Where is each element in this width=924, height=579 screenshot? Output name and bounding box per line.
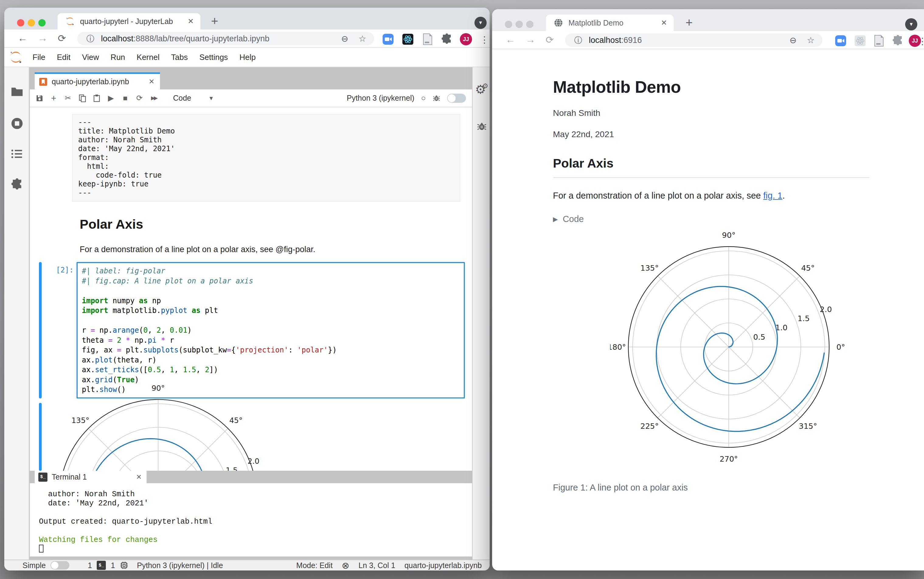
browser-tabstrip: quarto-jupyterl - JupyterLab ✕ + ▼ (4, 8, 490, 29)
new-tab-button[interactable]: + (685, 16, 693, 29)
bookmark-star-icon[interactable]: ☆ (358, 34, 366, 44)
svg-text:90°: 90° (152, 384, 165, 393)
terminal-output[interactable]: author: Norah Smith date: 'May 22nd, 202… (30, 483, 472, 556)
toolbar-debugger-icon[interactable] (432, 94, 440, 102)
minimize-window-button[interactable] (28, 19, 35, 26)
minimize-window-button[interactable] (515, 21, 523, 28)
menu-view[interactable]: View (76, 52, 105, 62)
zoom-out-icon[interactable]: ⊖ (341, 34, 348, 44)
site-info-icon[interactable]: ⓘ (574, 35, 582, 46)
interrupt-kernel-button[interactable]: ■ (118, 94, 132, 103)
mode-indicator[interactable]: Mode: Edit (296, 561, 333, 570)
extension-manager-icon[interactable] (10, 178, 24, 191)
back-button[interactable]: ← (18, 33, 27, 44)
menu-settings[interactable]: Settings (193, 52, 234, 62)
terminal-icon: $_ (38, 473, 47, 482)
zoom-meeting-extension-icon[interactable] (834, 35, 847, 47)
close-window-button[interactable] (17, 19, 25, 26)
zoom-meeting-extension-icon[interactable] (382, 33, 394, 45)
restart-run-all-button[interactable]: ▶▶ (147, 95, 161, 101)
cut-cells-button[interactable]: ✂ (61, 94, 75, 103)
markdown-paragraph: For a demonstration of a line plot on a … (80, 245, 316, 254)
output-collapser[interactable] (39, 403, 42, 471)
extensions-puzzle-icon[interactable] (441, 33, 453, 45)
terminal-count-icon: $_ (97, 561, 106, 570)
bookmark-star-icon[interactable]: ☆ (807, 35, 814, 45)
maximize-window-button[interactable] (526, 21, 533, 28)
kernel-status-text[interactable]: Python 3 (ipykernel) | Idle (137, 561, 223, 570)
tab-search-arrow-icon: ▼ (478, 20, 483, 26)
cursor-position[interactable]: Ln 3, Col 1 (358, 561, 396, 570)
svg-text:135°: 135° (641, 263, 659, 273)
svg-text:1.0: 1.0 (775, 323, 787, 332)
code-cell-editor[interactable]: #| label: fig-polar#| fig.cap: A line pl… (77, 262, 465, 398)
profile-avatar[interactable]: JJ (460, 33, 472, 45)
restart-kernel-button[interactable]: ⟳ (132, 94, 147, 103)
menu-tabs[interactable]: Tabs (165, 52, 193, 62)
reload-button[interactable]: ⟳ (58, 33, 66, 44)
kernel-name-button[interactable]: Python 3 (ipykernel) (347, 94, 414, 103)
close-window-button[interactable] (505, 21, 512, 28)
table-of-contents-icon[interactable] (10, 147, 24, 160)
save-button[interactable] (32, 94, 47, 102)
simple-mode-label: Simple (23, 561, 46, 570)
add-cell-button[interactable]: + (47, 93, 61, 103)
zoom-out-icon[interactable]: ⊖ (789, 35, 796, 45)
react-devtools-extension-icon[interactable] (854, 35, 866, 47)
kernel-count: 1 (111, 561, 115, 570)
debugger-icon[interactable] (477, 121, 487, 132)
browser-tab[interactable]: Matplotlib Demo ✕ (546, 15, 674, 31)
copy-cells-button[interactable] (75, 94, 90, 102)
figure-link[interactable]: fig. 1 (764, 191, 783, 200)
menu-file[interactable]: File (27, 52, 51, 62)
menu-help[interactable]: Help (234, 52, 261, 62)
running-kernels-icon[interactable] (10, 117, 24, 130)
tab-search-button[interactable]: ▼ (474, 17, 487, 29)
trust-shield-icon: ⊗ (342, 560, 350, 571)
document-extension-icon[interactable] (422, 33, 434, 45)
notebook-tab-title: quarto-jupyterlab.ipynb (52, 77, 129, 86)
maximize-window-button[interactable] (38, 19, 46, 26)
cell-type-select[interactable]: Code (173, 94, 191, 103)
polar-chart: 0°45°90°135°180°225°270°315°0.51.01.52.0 (42, 382, 275, 471)
new-tab-button[interactable]: + (211, 14, 218, 28)
code-fold-summary[interactable]: ▶ Code (553, 214, 869, 224)
menu-edit[interactable]: Edit (51, 52, 76, 62)
forward-button[interactable]: → (526, 34, 535, 45)
address-bar[interactable]: ⓘ localhost:6916 ⊖ ☆ (565, 33, 823, 47)
notebook-tab[interactable]: quarto-jupyterlab.ipynb ✕ (35, 72, 160, 89)
quarto-preview-browser-window: Matplotlib Demo ✕ + ▼ ← → ⟳ ⓘ localhost:… (492, 9, 924, 571)
input-collapser[interactable] (39, 262, 42, 398)
browser-tab[interactable]: quarto-jupyterl - JupyterLab ✕ (57, 13, 200, 29)
forward-button[interactable]: → (38, 33, 47, 44)
menu-run[interactable]: Run (105, 52, 131, 62)
tab-title: quarto-jupyterl - JupyterLab (80, 17, 173, 26)
site-info-icon[interactable]: ⓘ (87, 33, 94, 44)
browser-menu-icon[interactable]: ⋮ (480, 34, 489, 45)
react-devtools-extension-icon[interactable] (402, 33, 414, 45)
extensions-puzzle-icon[interactable] (892, 35, 904, 47)
tab-close-icon[interactable]: ✕ (188, 17, 194, 26)
run-cell-button[interactable]: ▶ (104, 94, 118, 103)
yaml-raw-cell[interactable]: --- title: Matplotlib Demo author: Norah… (72, 114, 460, 201)
address-bar[interactable]: ⓘ localhost:8888/lab/tree/quarto-jupyter… (77, 32, 374, 45)
toolbar-toggle[interactable] (447, 94, 466, 103)
tab-close-icon[interactable]: ✕ (661, 18, 667, 27)
left-activity-bar (4, 67, 29, 559)
document-extension-icon[interactable] (873, 35, 885, 47)
property-inspector-icon[interactable]: ⚙⚙ (475, 82, 492, 96)
browser-menu-icon[interactable]: ⋮ (918, 36, 924, 47)
simple-mode-toggle[interactable] (51, 561, 69, 569)
terminal-tab-close-icon[interactable]: ✕ (136, 473, 142, 481)
reload-button[interactable]: ⟳ (546, 34, 554, 46)
terminal-tab[interactable]: $_ Terminal 1 ✕ (35, 471, 147, 483)
paste-cells-button[interactable] (90, 94, 104, 102)
svg-text:2.0: 2.0 (820, 305, 832, 314)
tab-search-button[interactable]: ▼ (905, 18, 917, 30)
file-browser-icon[interactable] (10, 85, 24, 98)
cell-type-caret-icon[interactable]: ▾ (209, 94, 213, 102)
back-button[interactable]: ← (505, 34, 515, 45)
menu-kernel[interactable]: Kernel (131, 52, 165, 62)
figure-1: 0°45°90°135°180°225°270°315°0.51.01.52.0 (610, 228, 847, 466)
notebook-tab-close-icon[interactable]: ✕ (149, 77, 154, 86)
